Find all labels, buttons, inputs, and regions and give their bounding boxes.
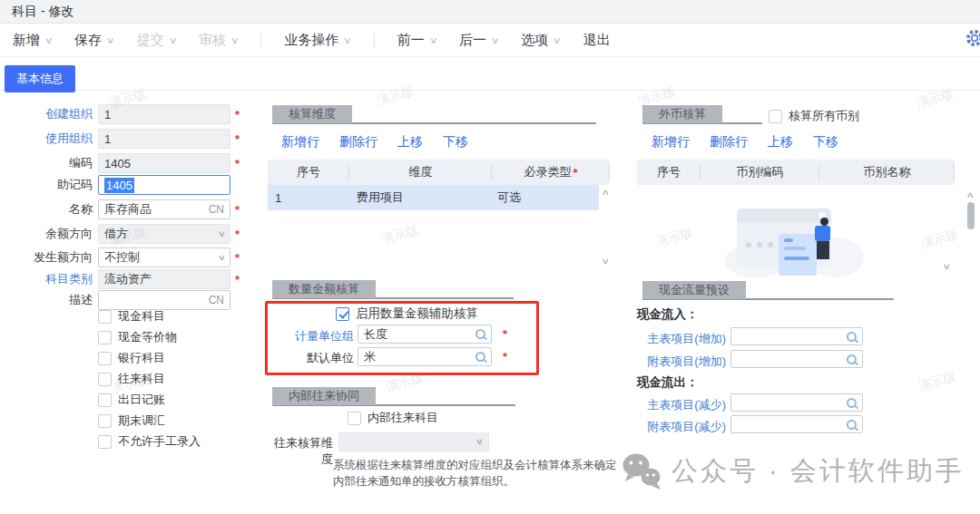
chevron-down-icon[interactable] xyxy=(218,253,226,262)
required-marker: * xyxy=(503,350,507,364)
toolbar-next-button[interactable]: 后一 xyxy=(459,32,498,49)
gear-icon[interactable] xyxy=(964,27,980,49)
no-manual-entry-checkbox[interactable] xyxy=(98,435,112,449)
all-currency-row: 核算所有币别 xyxy=(769,108,859,124)
checkbox-row-period-end-adjust: 期末调汇 xyxy=(98,412,165,429)
move-up-link[interactable]: 上移 xyxy=(397,134,423,150)
delete-row-link[interactable]: 删除行 xyxy=(339,134,377,150)
use-org-label[interactable]: 使用组织 xyxy=(0,131,98,147)
name-input[interactable]: 库存商品 CN xyxy=(98,199,230,219)
toolbar-save-button[interactable]: 保存 xyxy=(74,32,113,49)
dimension-table-header: 序号 维度 必录类型* xyxy=(268,160,610,185)
cash-outflow-label: 现金流出： xyxy=(637,374,699,391)
create-org-label[interactable]: 创建组织 xyxy=(0,106,98,122)
col-seq: 序号 xyxy=(637,160,701,185)
account-modify-window: 科目 - 修改 新增 保存 提交 审核 业务操作 前一 后一 xyxy=(0,0,980,514)
required-marker: * xyxy=(235,228,240,241)
main-item-increase-lookup[interactable] xyxy=(730,327,863,345)
search-icon[interactable] xyxy=(847,332,857,342)
default-unit-label: 默认单位 xyxy=(254,350,354,366)
cash-equivalent-checkbox[interactable] xyxy=(98,331,112,344)
search-icon[interactable] xyxy=(847,398,857,408)
chevron-down-icon[interactable] xyxy=(44,35,54,45)
add-row-link[interactable]: 新增行 xyxy=(652,134,690,150)
move-down-link[interactable]: 下移 xyxy=(443,134,468,150)
toolbar-exit-button[interactable]: 退出 xyxy=(583,32,611,49)
toolbar-previous-button[interactable]: 前一 xyxy=(397,32,436,49)
move-down-link[interactable]: 下移 xyxy=(813,134,838,150)
scroll-down-icon[interactable]: ∨ xyxy=(942,262,951,271)
chevron-down-icon[interactable] xyxy=(491,35,500,45)
col-required-type: 必录类型* xyxy=(492,160,610,185)
chevron-down-icon[interactable] xyxy=(553,35,562,45)
chevron-down-icon[interactable] xyxy=(106,35,115,45)
toolbar-business-ops-button[interactable]: 业务操作 xyxy=(284,32,350,49)
sub-item-decrease-lookup[interactable] xyxy=(730,415,863,433)
checkbox-row-bank-account: 银行科目 xyxy=(98,350,165,366)
scroll-up-icon[interactable]: ∧ xyxy=(601,188,610,197)
mnemonic-input[interactable]: 1405 xyxy=(98,175,230,195)
main-item-decrease-label[interactable]: 主表项目(减少) xyxy=(626,396,726,413)
main-item-decrease-lookup[interactable] xyxy=(730,393,863,412)
scroll-up-icon[interactable]: ∧ xyxy=(965,190,975,199)
col-currency-code: 币别编码 xyxy=(701,160,819,185)
main-item-increase-label[interactable]: 主表项目(增加) xyxy=(626,330,726,347)
cash-account-checkbox[interactable] xyxy=(98,310,112,324)
account-category-label[interactable]: 科目类别 xyxy=(0,271,98,287)
panel-title-dimension: 核算维度 xyxy=(272,105,352,123)
current-account-checkbox[interactable] xyxy=(98,373,112,386)
internal-account-checkbox[interactable] xyxy=(348,412,361,425)
chevron-down-icon[interactable] xyxy=(429,35,438,45)
all-currency-checkbox[interactable] xyxy=(769,110,782,123)
scrollbar-thumb[interactable] xyxy=(967,202,975,229)
scroll-down-icon[interactable]: ∨ xyxy=(601,257,610,266)
current-dimension-select xyxy=(338,432,489,451)
col-dimension: 维度 xyxy=(349,160,492,185)
field-row-name: 名称 库存商品 CN * xyxy=(0,199,240,219)
tab-basic-info[interactable]: 基本信息 xyxy=(5,65,75,92)
chevron-down-icon xyxy=(230,35,240,45)
sub-item-increase-label[interactable]: 附表项目(增加) xyxy=(626,353,726,370)
default-unit-lookup[interactable]: 米 xyxy=(358,347,492,366)
search-icon[interactable] xyxy=(847,420,857,430)
chevron-down-icon xyxy=(475,437,484,446)
field-row-balance-direction: 余额方向 借方 * xyxy=(0,224,240,244)
search-icon[interactable] xyxy=(475,352,485,362)
daily-journal-checkbox[interactable] xyxy=(98,393,112,407)
sub-item-decrease-label[interactable]: 附表项目(减少) xyxy=(626,418,726,435)
foreign-actions: 新增行 删除行 上移 下移 xyxy=(652,134,838,150)
toolbar-options-button[interactable]: 选项 xyxy=(521,32,560,49)
amount-direction-select[interactable]: 不控制 xyxy=(98,247,230,267)
required-marker: * xyxy=(235,157,240,170)
person-illustration xyxy=(815,218,830,259)
internal-account-row: 内部往来科目 xyxy=(348,410,438,426)
search-icon[interactable] xyxy=(847,354,857,364)
dimension-table-row[interactable]: 1 费用项目 可选 xyxy=(268,185,599,210)
chevron-down-icon[interactable] xyxy=(343,35,352,45)
sub-item-increase-lookup[interactable] xyxy=(730,350,863,368)
unit-group-lookup[interactable]: 长度 xyxy=(358,325,492,344)
search-icon[interactable] xyxy=(475,329,485,339)
wechat-icon xyxy=(621,451,664,491)
add-row-link[interactable]: 新增行 xyxy=(281,134,319,150)
panel-title-qty-amount: 数量金额核算 xyxy=(272,280,376,298)
move-up-link[interactable]: 上移 xyxy=(768,134,793,150)
period-end-adjust-checkbox[interactable] xyxy=(98,414,112,428)
field-row-mnemonic: 助记码 1405 xyxy=(0,175,230,195)
demo-watermark: 演示版 xyxy=(916,369,957,395)
toolbar-new-button[interactable]: 新增 xyxy=(13,32,52,49)
demo-watermark: 演示版 xyxy=(384,370,425,396)
field-row-amount-direction: 发生额方向 不控制 * xyxy=(0,247,240,267)
demo-watermark: 演示版 xyxy=(379,222,420,248)
description-input[interactable]: CN xyxy=(98,290,230,310)
field-row-account-category: 科目类别 流动资产 * xyxy=(0,269,240,289)
delete-row-link[interactable]: 删除行 xyxy=(710,134,748,150)
mnemonic-label: 助记码 xyxy=(0,177,98,193)
enable-qty-checkbox[interactable] xyxy=(336,307,349,321)
unit-group-label[interactable]: 计量单位组 xyxy=(254,327,354,344)
create-org-field: 1 xyxy=(98,104,230,124)
bank-account-checkbox[interactable] xyxy=(98,352,112,365)
current-dimension-label: 往来核算维度 xyxy=(268,435,333,468)
locale-cn-badge: CN xyxy=(209,294,224,306)
window-title: 科目 - 修改 xyxy=(0,0,980,24)
